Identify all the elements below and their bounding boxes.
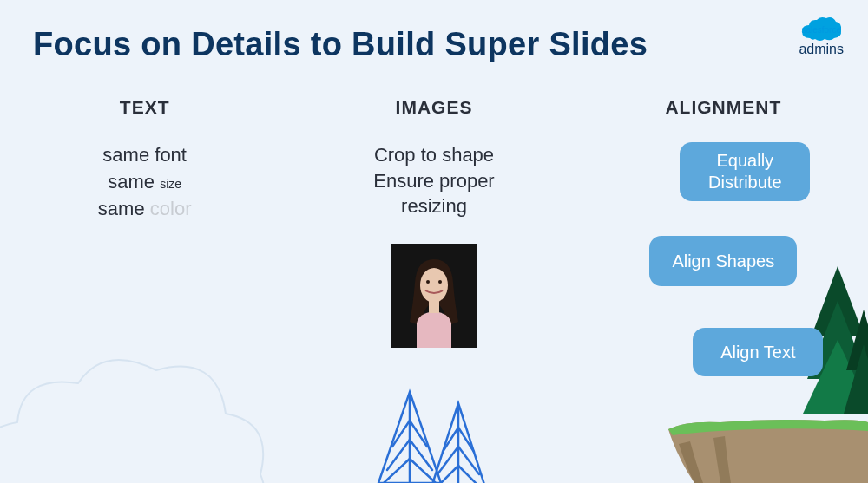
pill-equally-distribute: EquallyDistribute (680, 142, 810, 201)
pill-align-text: Align Text (693, 328, 823, 376)
svg-point-13 (426, 280, 430, 284)
content-columns: TEXT same font same size same color IMAG… (0, 97, 868, 376)
pill-align-shapes: Align Shapes (649, 236, 797, 286)
text-column-header: TEXT (120, 97, 170, 118)
images-line-crop: Crop to shape (374, 142, 494, 168)
column-images: IMAGES Crop to shape Ensure proper resiz… (289, 97, 578, 376)
blue-trees-decoration (373, 388, 495, 483)
text-line-size: same size (108, 169, 181, 196)
column-alignment: ALIGNMENT EquallyDistribute Align Shapes… (579, 97, 868, 376)
svg-line-20 (410, 440, 432, 470)
text-line-font: same font (102, 142, 187, 169)
slide-title: Focus on Details to Build Super Slides (33, 26, 648, 63)
svg-rect-12 (429, 299, 439, 313)
images-line-resize-b: resizing (401, 193, 467, 219)
logo-brand-text: salesforce (801, 25, 841, 35)
cliff-decoration (642, 396, 868, 483)
images-line-resize-a: Ensure proper (373, 168, 494, 194)
salesforce-cloud-icon: salesforce (799, 16, 843, 43)
alignment-column-header: ALIGNMENT (665, 97, 781, 118)
salesforce-admins-logo: salesforce admins (799, 16, 844, 57)
svg-line-19 (387, 440, 410, 470)
text-line-color: same color (98, 196, 192, 223)
svg-point-11 (420, 268, 448, 303)
images-column-header: IMAGES (396, 97, 473, 118)
svg-point-14 (438, 280, 442, 284)
column-text: TEXT same font same size same color (0, 97, 289, 376)
sample-photo (391, 244, 477, 348)
